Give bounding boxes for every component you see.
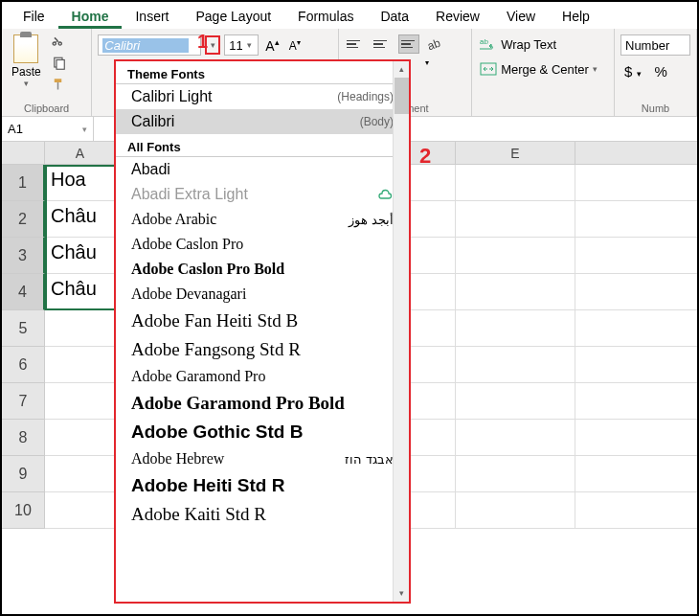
cell-E7[interactable]: [456, 383, 575, 419]
font-option[interactable]: Abadi: [116, 157, 409, 182]
cell-A4[interactable]: Châu: [45, 274, 116, 309]
cell-E2[interactable]: [456, 201, 575, 237]
font-option[interactable]: Adobe Caslon Pro Bold: [116, 257, 409, 282]
merge-icon: [480, 61, 497, 77]
font-option[interactable]: Abadi Extra Light: [116, 182, 409, 207]
cell-E3[interactable]: [456, 238, 575, 273]
cell-A6[interactable]: [45, 347, 116, 382]
group-number: Number $ ▾ % Numb: [615, 29, 697, 116]
theme-fonts-header: Theme Fonts: [116, 61, 409, 84]
font-size-input[interactable]: [225, 38, 242, 53]
font-option[interactable]: Adobe Gothic Std B: [116, 418, 409, 446]
row-header-8[interactable]: 8: [2, 420, 45, 456]
font-option[interactable]: Adobe Caslon Pro: [116, 232, 409, 257]
number-format-select[interactable]: Number: [620, 34, 690, 56]
chevron-down-icon[interactable]: ▾: [24, 79, 29, 88]
font-option[interactable]: Calibri Light(Headings): [116, 84, 409, 109]
font-option[interactable]: Calibri(Body): [116, 109, 409, 134]
align-bottom-button[interactable]: [398, 34, 419, 54]
align-middle-button[interactable]: [372, 34, 393, 54]
cell-A7[interactable]: [45, 383, 116, 419]
font-option[interactable]: Adobe Garamond Pro: [116, 364, 409, 389]
paste-button[interactable]: Paste ▾: [8, 33, 45, 94]
row-header-2[interactable]: 2: [2, 201, 45, 238]
font-name-input[interactable]: [102, 38, 189, 53]
name-box[interactable]: A1 ▾: [2, 117, 94, 141]
format-painter-icon[interactable]: [51, 77, 68, 94]
chevron-down-icon[interactable]: ▾: [593, 64, 598, 74]
row-header-3[interactable]: 3: [2, 238, 45, 274]
font-option[interactable]: Adobe Fan Heiti Std B: [116, 307, 409, 335]
font-option[interactable]: Adobe Devanagari: [116, 282, 409, 307]
font-option[interactable]: Adobe Arabicأبجد هوز: [116, 207, 409, 232]
number-format-value: Number: [625, 38, 669, 53]
row-header-7[interactable]: 7: [2, 383, 45, 420]
column-header-E[interactable]: E: [456, 142, 575, 164]
menu-view[interactable]: View: [493, 5, 549, 29]
font-size-combo[interactable]: ▾: [224, 34, 259, 56]
name-box-value: A1: [8, 122, 23, 136]
menu-bar: FileHomeInsertPage LayoutFormulasDataRev…: [2, 2, 697, 29]
decrease-font-button[interactable]: A▾: [286, 38, 304, 53]
menu-home[interactable]: Home: [58, 5, 123, 29]
cell-E4[interactable]: [456, 274, 575, 309]
row-header-1[interactable]: 1: [2, 165, 45, 201]
group-label: Clipboard: [8, 101, 85, 114]
font-option[interactable]: Adobe Heiti Std R: [116, 471, 409, 500]
menu-formulas[interactable]: Formulas: [284, 5, 367, 29]
row-header-5[interactable]: 5: [2, 310, 45, 347]
chevron-down-icon[interactable]: ▾: [242, 40, 256, 50]
svg-rect-1: [56, 60, 64, 70]
cell-A10[interactable]: [45, 492, 116, 528]
chevron-down-icon[interactable]: ▾: [82, 125, 87, 134]
cloud-icon: [376, 188, 394, 201]
cell-E5[interactable]: [456, 310, 575, 346]
cell-E10[interactable]: [456, 492, 575, 528]
menu-insert[interactable]: Insert: [122, 5, 182, 29]
scroll-down-button[interactable]: ▾: [394, 585, 409, 602]
font-option[interactable]: Adobe Garamond Pro Bold: [116, 389, 409, 418]
cell-A5[interactable]: [45, 310, 116, 346]
wrap-text-button[interactable]: ab Wrap Text: [478, 34, 608, 54]
cell-A9[interactable]: [45, 456, 116, 491]
menu-review[interactable]: Review: [422, 5, 493, 29]
group-wrap: ab Wrap Text Merge & Center ▾: [472, 29, 615, 116]
font-option[interactable]: Adobe Hebrewאבגד הוז: [116, 446, 409, 471]
merge-center-button[interactable]: Merge & Center ▾: [478, 59, 608, 79]
percent-button[interactable]: %: [651, 63, 671, 80]
cell-E1[interactable]: [456, 165, 575, 200]
increase-font-button[interactable]: A▴: [262, 37, 282, 54]
cell-A8[interactable]: [45, 420, 116, 455]
menu-data[interactable]: Data: [367, 5, 422, 29]
orientation-button[interactable]: ab▾: [425, 34, 450, 69]
column-header-A[interactable]: A: [45, 142, 116, 164]
row-header-9[interactable]: 9: [2, 456, 45, 492]
cell-A2[interactable]: Châu: [45, 201, 116, 237]
font-option[interactable]: Adobe Kaiti Std R: [116, 500, 409, 529]
select-all-corner[interactable]: [2, 142, 45, 164]
cut-icon[interactable]: [51, 34, 68, 52]
cell-A3[interactable]: Châu: [45, 238, 116, 273]
group-clipboard: Paste ▾ Clipboard: [2, 29, 92, 116]
font-name-combo[interactable]: [98, 34, 201, 56]
dropdown-scrollbar[interactable]: ▴ ▾: [393, 61, 409, 602]
scroll-up-button[interactable]: ▴: [394, 61, 409, 78]
svg-text:ab: ab: [480, 37, 488, 46]
row-header-4[interactable]: 4: [2, 274, 45, 310]
align-top-button[interactable]: [345, 34, 366, 54]
currency-button[interactable]: $ ▾: [620, 63, 645, 80]
merge-label: Merge & Center: [501, 62, 589, 77]
cell-E9[interactable]: [456, 456, 575, 491]
menu-help[interactable]: Help: [549, 5, 603, 29]
group-label: Numb: [620, 101, 690, 114]
cell-E8[interactable]: [456, 420, 575, 455]
row-header-10[interactable]: 10: [2, 492, 45, 529]
menu-file[interactable]: File: [10, 5, 58, 29]
row-header-6[interactable]: 6: [2, 347, 45, 383]
font-option[interactable]: Adobe Fangsong Std R: [116, 335, 409, 364]
cell-E6[interactable]: [456, 347, 575, 382]
scroll-thumb[interactable]: [395, 78, 409, 114]
copy-icon[interactable]: [51, 56, 68, 73]
menu-page-layout[interactable]: Page Layout: [182, 5, 284, 29]
cell-A1[interactable]: Hoa: [45, 165, 116, 200]
